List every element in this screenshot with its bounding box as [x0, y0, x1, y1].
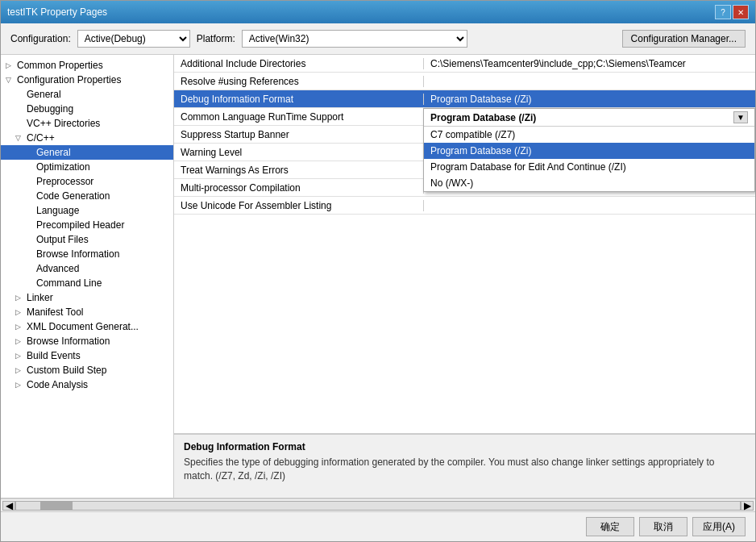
tree-label-config-props: Configuration Properties	[17, 74, 121, 85]
table-row[interactable]: Resolve #using References	[174, 73, 755, 90]
tree-label-cmd-line: Command Line	[36, 277, 102, 289]
tree-item-build-events[interactable]: ▷Build Events	[1, 348, 173, 363]
prop-value: Program Database (/Zi)	[424, 94, 755, 105]
left-scrollbar[interactable]: ◀ ▶	[1, 498, 755, 511]
prop-name: Treat Warnings As Errors	[174, 165, 424, 176]
tree-label-debugging: Debugging	[27, 103, 73, 115]
tree-label-build-events: Build Events	[27, 350, 81, 361]
prop-name: Warning Level	[174, 147, 424, 158]
tree-item-code-analysis[interactable]: ▷Code Analysis	[1, 377, 173, 392]
ok-button[interactable]: 确定	[586, 517, 634, 536]
bottom-bar: 确定 取消 应用(A)	[1, 511, 755, 541]
config-label: Configuration:	[10, 33, 71, 44]
tree-label-general: General	[27, 89, 61, 100]
prop-name: Debug Information Format	[174, 94, 424, 105]
dropdown-arrow-button[interactable]: ▼	[733, 111, 748, 123]
tree-label-language: Language	[36, 205, 79, 216]
tree-item-config-props[interactable]: ▽Configuration Properties	[1, 73, 173, 87]
tree-label-browse-info2: Browse Information	[27, 336, 110, 347]
content-area: ▷Common Properties▽Configuration Propert…	[1, 55, 755, 498]
window-title: testITK Property Pages	[7, 6, 107, 18]
apply-button[interactable]: 应用(A)	[692, 517, 746, 536]
prop-value: C:\Siemens\Teamcenter9\include_cpp;C:\Si…	[424, 58, 755, 69]
main-window: testITK Property Pages ? ✕ Configuration…	[0, 0, 756, 542]
tree-item-cmd-line[interactable]: Command Line	[1, 276, 173, 290]
tree-label-manifest-tool: Manifest Tool	[27, 306, 83, 318]
tree-item-custom-build[interactable]: ▷Custom Build Step	[1, 363, 173, 377]
tree-item-browse-info2[interactable]: ▷Browse Information	[1, 334, 173, 348]
table-row[interactable]: Debug Information FormatProgram Database…	[174, 90, 755, 108]
tree-item-debugging[interactable]: Debugging	[1, 102, 173, 116]
window-controls: ? ✕	[715, 5, 749, 19]
property-table: Additional Include DirectoriesC:\Siemens…	[174, 55, 755, 433]
dropdown-overlay: Program Database (/Zi)▼C7 compatible (/Z…	[423, 108, 755, 192]
tree-item-xml-doc[interactable]: ▷XML Document Generat...	[1, 319, 173, 334]
dropdown-header: Program Database (/Zi)▼	[424, 109, 754, 127]
close-button[interactable]: ✕	[733, 5, 749, 19]
tree-item-cpp[interactable]: ▽C/C++	[1, 131, 173, 145]
prop-name: Resolve #using References	[174, 76, 424, 87]
table-row[interactable]: Use Unicode For Assembler Listing	[174, 197, 755, 215]
tree-item-code-gen[interactable]: Code Generation	[1, 189, 173, 203]
tree-item-browse-info[interactable]: Browse Information	[1, 247, 173, 261]
tree-item-linker[interactable]: ▷Linker	[1, 290, 173, 305]
dropdown-item[interactable]: No (/WX-)	[424, 175, 754, 191]
tree-label-code-analysis: Code Analysis	[27, 379, 88, 390]
tree-item-optimization[interactable]: Optimization	[1, 160, 173, 174]
configuration-select[interactable]: Active(Debug)	[77, 30, 190, 48]
tree-label-linker: Linker	[27, 292, 53, 303]
tree-item-common-props[interactable]: ▷Common Properties	[1, 58, 173, 73]
description-text: Specifies the type of debugging informat…	[184, 456, 746, 483]
scrollbar-track[interactable]	[15, 501, 741, 511]
dropdown-header-text: Program Database (/Zi)	[430, 112, 536, 123]
dropdown-item[interactable]: C7 compatible (/Z7)	[424, 127, 754, 143]
tree-label-precompiled: Precompiled Header	[36, 219, 124, 231]
tree-item-language[interactable]: Language	[1, 203, 173, 218]
tree-label-cpp: C/C++	[27, 132, 55, 144]
config-bar: Configuration: Active(Debug) Platform: A…	[1, 23, 755, 55]
tree-label-cpp-general: General	[36, 147, 71, 158]
table-row[interactable]: Additional Include DirectoriesC:\Siemens…	[174, 55, 755, 73]
description-panel: Debug Information Format Specifies the t…	[174, 433, 755, 498]
right-panel: Additional Include DirectoriesC:\Siemens…	[174, 55, 755, 498]
tree-label-output-files: Output Files	[36, 234, 89, 245]
scrollbar-thumb[interactable]	[40, 502, 73, 510]
tree-label-custom-build: Custom Build Step	[27, 365, 106, 376]
scroll-right-btn[interactable]: ▶	[741, 501, 754, 511]
description-title: Debug Information Format	[184, 441, 746, 452]
prop-name: Common Language RunTime Support	[174, 111, 424, 123]
prop-name: Additional Include Directories	[174, 58, 424, 69]
platform-select[interactable]: Active(Win32)	[242, 30, 467, 48]
scroll-left-btn[interactable]: ◀	[2, 501, 15, 511]
prop-name: Suppress Startup Banner	[174, 129, 424, 140]
tree-label-common-props: Common Properties	[17, 60, 103, 71]
left-tree-panel: ▷Common Properties▽Configuration Propert…	[1, 55, 174, 498]
tree-label-optimization: Optimization	[36, 161, 90, 173]
dropdown-item[interactable]: Program Database (/Zi)	[424, 143, 754, 159]
configuration-manager-button[interactable]: Configuration Manager...	[622, 30, 746, 48]
tree-item-output-files[interactable]: Output Files	[1, 232, 173, 247]
tree-label-browse-info: Browse Information	[36, 248, 119, 260]
cancel-button[interactable]: 取消	[639, 517, 687, 536]
tree-label-vcpp-dirs: VC++ Directories	[27, 118, 100, 129]
tree-item-manifest-tool[interactable]: ▷Manifest Tool	[1, 305, 173, 319]
tree-label-xml-doc: XML Document Generat...	[27, 321, 139, 332]
prop-name: Multi-processor Compilation	[174, 182, 424, 194]
tree-label-code-gen: Code Generation	[36, 190, 110, 202]
tree-item-precompiled[interactable]: Precompiled Header	[1, 218, 173, 232]
tree-label-advanced: Advanced	[36, 263, 79, 274]
tree-item-preprocessor[interactable]: Preprocessor	[1, 174, 173, 189]
tree-item-advanced[interactable]: Advanced	[1, 261, 173, 276]
tree-item-general[interactable]: General	[1, 87, 173, 102]
tree-item-cpp-general[interactable]: General	[1, 145, 173, 160]
title-bar: testITK Property Pages ? ✕	[1, 1, 755, 23]
platform-label: Platform:	[197, 33, 235, 44]
dropdown-item[interactable]: Program Database for Edit And Continue (…	[424, 159, 754, 175]
tree-label-preprocessor: Preprocessor	[36, 176, 93, 187]
help-button[interactable]: ?	[715, 5, 731, 19]
prop-name: Use Unicode For Assembler Listing	[174, 200, 424, 211]
tree-item-vcpp-dirs[interactable]: VC++ Directories	[1, 116, 173, 131]
